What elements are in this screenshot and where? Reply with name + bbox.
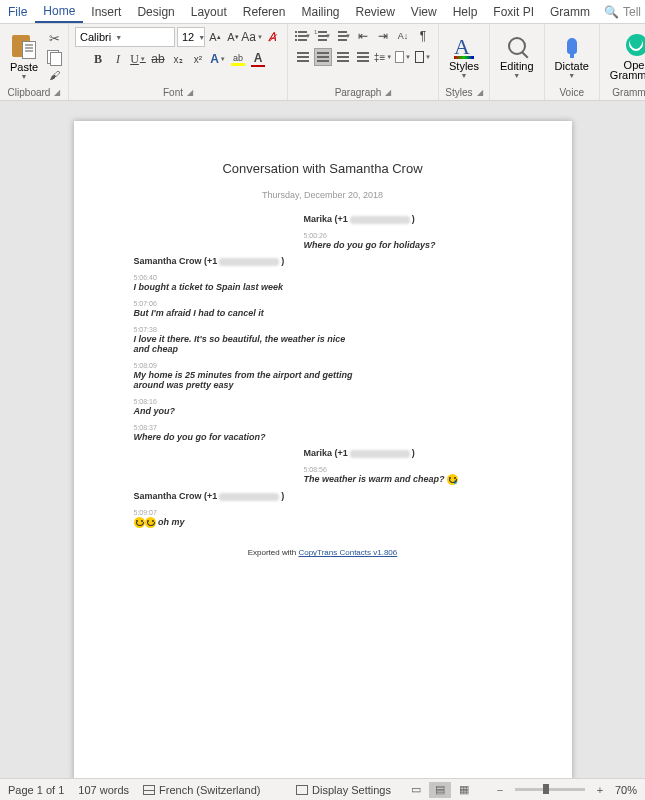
ribbon: Paste ▼ Clipboard◢ Calibri▼ 12▼ A▴ A▾ Aa… (0, 24, 645, 101)
align-right-button[interactable] (334, 48, 352, 66)
tab-mailings[interactable]: Mailing (293, 2, 347, 22)
highlight-button[interactable]: ab (229, 50, 247, 68)
tab-help[interactable]: Help (445, 2, 486, 22)
editing-button[interactable]: Editing ▼ (496, 27, 538, 86)
italic-button[interactable]: I (109, 50, 127, 68)
grow-font-button[interactable]: A▴ (207, 28, 223, 46)
timestamp: 5:07:06 (134, 300, 512, 307)
zoom-slider[interactable] (515, 788, 585, 791)
underline-button[interactable]: U▼ (129, 50, 147, 68)
zoom-out-button[interactable]: − (489, 782, 511, 798)
font-name-value: Calibri (80, 31, 111, 43)
scissors-icon (49, 31, 60, 46)
tab-view[interactable]: View (403, 2, 445, 22)
language-icon (143, 785, 155, 795)
tab-review[interactable]: Review (347, 2, 402, 22)
zoom-in-button[interactable]: + (589, 782, 611, 798)
copy-button[interactable] (46, 49, 62, 65)
timestamp: 5:06:40 (134, 274, 512, 281)
dictate-button[interactable]: Dictate ▼ (551, 27, 593, 86)
zoom-level[interactable]: 70% (615, 784, 637, 796)
message: My home is 25 minutes from the airport a… (134, 370, 354, 390)
tell-me[interactable]: 🔍 Tell me (598, 5, 645, 19)
paragraph-dialog-launcher[interactable]: ◢ (385, 88, 391, 97)
grammarly-label2: Grammarly (610, 69, 645, 81)
tab-foxit[interactable]: Foxit PI (485, 2, 542, 22)
decrease-indent-button[interactable]: ⇤ (354, 27, 372, 45)
laugh-cry-emoji (447, 474, 458, 485)
font-color-button[interactable]: A (249, 50, 267, 68)
tab-design[interactable]: Design (129, 2, 182, 22)
message: Where do you go for holidays? (304, 240, 512, 250)
sender-samantha-2: Samantha Crow (+1) (134, 491, 512, 501)
tab-grammarly[interactable]: Gramm (542, 2, 598, 22)
text-effects-button[interactable]: A▼ (209, 50, 227, 68)
sort-button[interactable]: A↓ (394, 27, 412, 45)
message: Where do you go for vacation? (134, 432, 354, 442)
zoom-thumb[interactable] (543, 784, 549, 794)
align-right-icon (337, 52, 349, 62)
font-name-combo[interactable]: Calibri▼ (75, 27, 175, 47)
align-center-button[interactable] (314, 48, 332, 66)
status-page[interactable]: Page 1 of 1 (8, 784, 64, 796)
clipboard-dialog-launcher[interactable]: ◢ (54, 88, 60, 97)
align-left-button[interactable] (294, 48, 312, 66)
font-size-combo[interactable]: 12▼ (177, 27, 205, 47)
shrink-font-button[interactable]: A▾ (225, 28, 241, 46)
copytrans-link[interactable]: CopyTrans Contacts v1.806 (298, 548, 397, 557)
status-language[interactable]: French (Switzerland) (143, 784, 260, 796)
message: The weather is warm and cheap? (304, 474, 512, 485)
tab-insert[interactable]: Insert (83, 2, 129, 22)
print-layout-button[interactable]: ▤ (429, 782, 451, 798)
group-voice: Dictate ▼ Voice (545, 24, 600, 100)
tab-layout[interactable]: Layout (183, 2, 235, 22)
chevron-down-icon: ▼ (461, 72, 468, 79)
group-font-label: Font (163, 87, 183, 98)
editing-label: Editing (500, 60, 534, 72)
cut-button[interactable] (46, 31, 62, 47)
bullets-button[interactable]: ▼ (294, 27, 312, 45)
format-painter-button[interactable] (46, 67, 62, 83)
line-spacing-button[interactable]: ‡≡▼ (374, 48, 392, 66)
status-word-count[interactable]: 107 words (78, 784, 129, 796)
styles-button[interactable]: A Styles ▼ (445, 27, 483, 86)
font-dialog-launcher[interactable]: ◢ (187, 88, 193, 97)
tab-references[interactable]: Referen (235, 2, 294, 22)
redacted-phone (350, 450, 410, 458)
web-layout-button[interactable]: ▦ (453, 782, 475, 798)
timestamp: 5:08:09 (134, 362, 512, 369)
multilevel-list-button[interactable]: ▼ (334, 27, 352, 45)
numbering-button[interactable]: ▼ (314, 27, 332, 45)
show-marks-button[interactable]: ¶ (414, 27, 432, 45)
styles-dialog-launcher[interactable]: ◢ (477, 88, 483, 97)
group-clipboard: Paste ▼ Clipboard◢ (0, 24, 69, 100)
display-settings-button[interactable]: Display Settings (296, 784, 391, 796)
line-spacing-icon: ‡≡ (374, 52, 385, 63)
shading-icon (395, 51, 404, 63)
justify-button[interactable] (354, 48, 372, 66)
chevron-down-icon: ▼ (568, 72, 575, 79)
document-page[interactable]: Conversation with Samantha Crow Thursday… (74, 121, 572, 778)
shading-button[interactable]: ▼ (394, 48, 412, 66)
grammarly-icon (625, 33, 645, 57)
bullets-icon (295, 31, 304, 41)
read-mode-button[interactable]: ▭ (405, 782, 427, 798)
bold-button[interactable]: B (89, 50, 107, 68)
increase-indent-button[interactable]: ⇥ (374, 27, 392, 45)
sender-marika-1: Marika (+1) (304, 214, 512, 224)
tab-home[interactable]: Home (35, 1, 83, 23)
document-area[interactable]: Conversation with Samantha Crow Thursday… (0, 101, 645, 778)
clear-formatting-button[interactable]: A̷ (263, 28, 281, 46)
strikethrough-button[interactable]: ab (149, 50, 167, 68)
styles-icon: A (452, 34, 476, 58)
timestamp: 5:09:07 (134, 509, 512, 516)
subscript-button[interactable]: x₂ (169, 50, 187, 68)
tab-file[interactable]: File (0, 2, 35, 22)
font-size-value: 12 (182, 31, 194, 43)
change-case-button[interactable]: Aa▼ (243, 28, 261, 46)
open-grammarly-button[interactable]: Open Grammarly (606, 27, 645, 86)
borders-button[interactable]: ▼ (414, 48, 432, 66)
paste-button[interactable]: Paste ▼ (6, 33, 42, 80)
chevron-down-icon: ▼ (115, 34, 122, 41)
superscript-button[interactable]: x² (189, 50, 207, 68)
